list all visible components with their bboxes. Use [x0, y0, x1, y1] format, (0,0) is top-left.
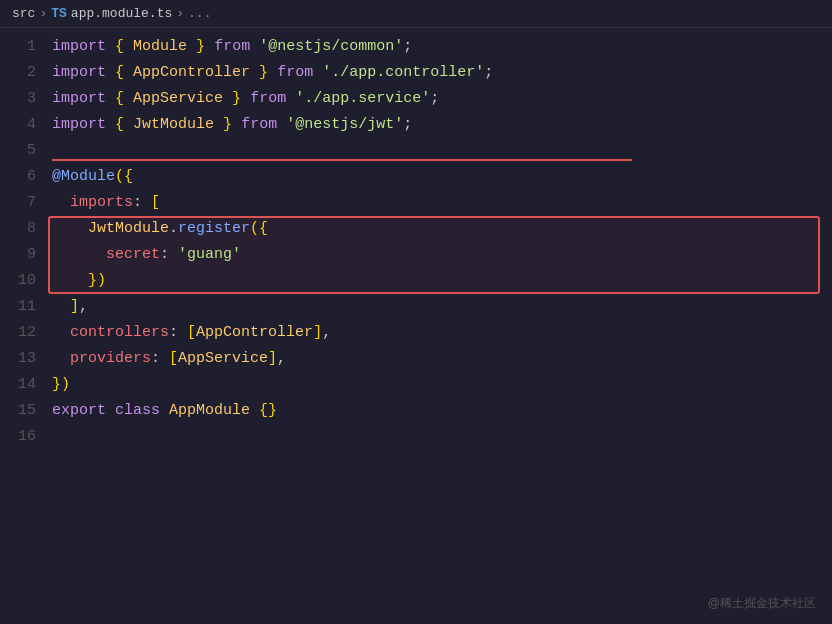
- line-num-11: 11: [12, 294, 36, 320]
- line-num-13: 13: [12, 346, 36, 372]
- code-line-13: providers: [AppService],: [52, 346, 812, 372]
- code-lines-highlighted: JwtModule.register({ secret: 'guang' }): [52, 216, 812, 294]
- line-num-12: 12: [12, 320, 36, 346]
- code-line-15: export class AppModule {}: [52, 398, 812, 424]
- line-num-1: 1: [12, 34, 36, 60]
- code-line-9: secret: 'guang': [52, 242, 812, 268]
- line-num-7: 7: [12, 190, 36, 216]
- code-line-6: @Module({: [52, 164, 812, 190]
- line-num-2: 2: [12, 60, 36, 86]
- code-line-2: import { AppController } from './app.con…: [52, 60, 812, 86]
- editor-container: src › TS app.module.ts › ... 1 2 3 4 5 6…: [0, 0, 832, 624]
- line-num-16: 16: [12, 424, 36, 450]
- breadcrumb: src › TS app.module.ts › ...: [0, 0, 832, 28]
- line-num-14: 14: [12, 372, 36, 398]
- code-area: 1 2 3 4 5 6 7 8 9 10 11 12 13 14 15 16 i…: [0, 28, 832, 624]
- line-num-4: 4: [12, 112, 36, 138]
- breadcrumb-sep1: ›: [39, 6, 47, 21]
- line-num-10: 10: [12, 268, 36, 294]
- line-num-3: 3: [12, 86, 36, 112]
- line-num-15: 15: [12, 398, 36, 424]
- code-line-4: import { JwtModule } from '@nestjs/jwt';: [52, 112, 812, 138]
- code-line-1: import { Module } from '@nestjs/common';: [52, 34, 812, 60]
- code-line-5: [52, 138, 812, 164]
- breadcrumb-ellipsis: ...: [188, 6, 211, 21]
- watermark: @稀土掘金技术社区: [708, 595, 816, 612]
- code-line-14: }): [52, 372, 812, 398]
- line-num-5: 5: [12, 138, 36, 164]
- breadcrumb-sep2: ›: [176, 6, 184, 21]
- breadcrumb-src: src: [12, 6, 35, 21]
- code-line-7: imports: [: [52, 190, 812, 216]
- code-line-11: ],: [52, 294, 812, 320]
- breadcrumb-filename: app.module.ts: [71, 6, 172, 21]
- line-num-6: 6: [12, 164, 36, 190]
- line-num-9: 9: [12, 242, 36, 268]
- code-line-10: }): [52, 268, 812, 294]
- line-num-8: 8: [12, 216, 36, 242]
- code-lines: import { Module } from '@nestjs/common';…: [52, 34, 832, 624]
- breadcrumb-ts-badge: TS: [51, 6, 67, 21]
- code-line-12: controllers: [AppController],: [52, 320, 812, 346]
- line-numbers: 1 2 3 4 5 6 7 8 9 10 11 12 13 14 15 16: [0, 34, 52, 624]
- code-line-3: import { AppService } from './app.servic…: [52, 86, 812, 112]
- code-line-8: JwtModule.register({: [52, 216, 812, 242]
